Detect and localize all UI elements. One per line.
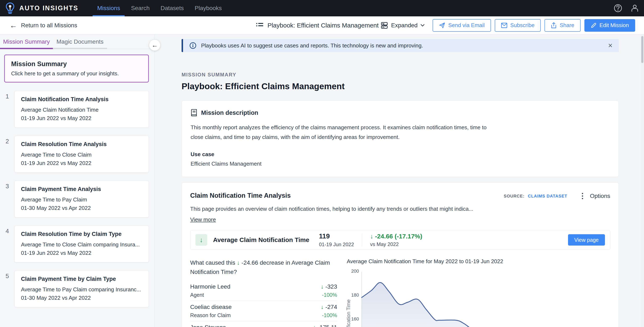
chevron-down-icon: [420, 24, 425, 27]
list-icon: [256, 22, 263, 28]
scrollbar-thumb[interactable]: [641, 36, 643, 63]
metric-value: 119: [319, 232, 354, 240]
nav-item-playbooks[interactable]: Playbooks: [189, 0, 227, 16]
insight-card-2[interactable]: Claim Resolution Time Analysis Average T…: [14, 136, 149, 172]
description-heading: Mission description: [201, 109, 258, 116]
chart-area-fill: [362, 282, 571, 327]
cause-row[interactable]: Harmonie Leed Agent ↓ -323 -100%: [190, 283, 337, 301]
causes-panel: What caused this ↓ -24.66 decrease in Av…: [190, 258, 337, 327]
analysis-title: Claim Notification Time Analysis: [190, 192, 291, 200]
view-page-button[interactable]: View page: [568, 234, 605, 246]
scrollbar[interactable]: [641, 34, 644, 327]
book-icon: [190, 109, 197, 116]
envelope-icon: [501, 23, 507, 28]
chart-y-tick: 160: [347, 316, 359, 322]
trend-chart-panel: Average Claim Notification Time for May …: [347, 258, 610, 327]
cause-row[interactable]: Jane Stevens Case Manager ↓ -175.11 -100…: [190, 324, 337, 327]
use-case-label: Use case: [190, 151, 610, 158]
list-item: 4 Claim Resolution Time by Claim Type Av…: [0, 226, 154, 262]
down-arrow-icon: ↓: [313, 324, 316, 327]
insight-card-1[interactable]: Claim Notification Time Analysis Average…: [14, 91, 149, 128]
nav-item-missions[interactable]: Missions: [92, 0, 126, 16]
page-title: Playbook: Efficient Claims Management: [182, 82, 619, 91]
mission-sidebar: Mission Summary Magic Documents Mission …: [0, 34, 155, 327]
send-via-email-button[interactable]: Send via Email: [432, 19, 491, 32]
app-logo[interactable]: AUTO INSIGHTS: [6, 2, 78, 14]
source-dataset-link[interactable]: CLAIMS DATASET: [528, 194, 568, 198]
playbook-selector[interactable]: Playbook: Efficient Claims Management: [256, 16, 388, 34]
metric-delta: ↓ -24.66 (-17.17%): [370, 233, 422, 240]
insight-card-5[interactable]: Claim Payment Time by Claim Type Average…: [14, 270, 149, 307]
info-icon: [189, 42, 196, 49]
nav-item-datasets[interactable]: Datasets: [155, 0, 189, 16]
user-icon[interactable]: [630, 4, 640, 13]
lightbulb-icon: [6, 2, 15, 14]
down-arrow-icon: ↓: [321, 283, 324, 290]
share-button[interactable]: Share: [544, 19, 580, 32]
top-navigation-bar: AUTO INSIGHTS Missions Search Datasets P…: [0, 0, 644, 16]
claim-notification-analysis-card: Claim Notification Time Analysis SOURCE:…: [182, 182, 619, 327]
tab-mission-summary[interactable]: Mission Summary: [0, 34, 53, 49]
metric-label: Average Claim Notification Time: [213, 236, 309, 244]
section-eyebrow: MISSION SUMMARY: [182, 72, 619, 78]
list-item: 2 Claim Resolution Time Analysis Average…: [0, 136, 154, 172]
use-case-value: Efficient Claims Management: [190, 160, 610, 167]
insight-list: 1 Claim Notification Time Analysis Avera…: [0, 91, 154, 307]
brand-name: AUTO INSIGHTS: [19, 4, 78, 12]
line-chart[interactable]: Claim Notification Time: [347, 270, 610, 327]
down-arrow-icon: ↓: [321, 304, 324, 310]
list-item: 1 Claim Notification Time Analysis Avera…: [0, 91, 154, 128]
list-item: 3 Claim Payment Time Analysis Average Ti…: [0, 181, 154, 218]
insight-card-3[interactable]: Claim Payment Time Analysis Average Time…: [14, 181, 149, 218]
mission-summary-card[interactable]: Mission Summary Click here to get a summ…: [4, 54, 149, 82]
close-icon[interactable]: ×: [608, 41, 612, 50]
insight-card-4[interactable]: Claim Resolution Time by Claim Type Aver…: [14, 226, 149, 262]
help-icon[interactable]: [613, 4, 622, 13]
ai-notice-banner: Playbooks uses AI to suggest use cases a…: [182, 39, 619, 52]
back-arrow-icon: ←: [10, 21, 17, 30]
down-arrow-icon: ↓: [370, 233, 373, 240]
kebab-icon[interactable]: [578, 192, 587, 200]
metric-compare: vs May 2022: [370, 241, 422, 247]
chart-title: Average Claim Notification Time for May …: [347, 258, 610, 265]
sidebar-collapse-button[interactable]: ←: [149, 40, 160, 51]
metric-summary-row: ↓ Average Claim Notification Time 119 01…: [190, 230, 610, 250]
analysis-description: This page provides an overview of claim …: [190, 206, 610, 212]
chart-y-axis-label: Claim Notification Time: [346, 294, 352, 327]
mission-description-card: Mission description This monthly report …: [182, 100, 619, 177]
chart-y-tick: 200: [347, 268, 359, 274]
pencil-icon: [591, 22, 596, 28]
subscribe-button[interactable]: Subscribe: [495, 19, 541, 32]
source-label: SOURCE:: [504, 194, 524, 198]
causes-question: What caused this ↓ -24.66 decrease in Av…: [190, 258, 337, 277]
primary-nav: Missions Search Datasets Playbooks: [92, 0, 227, 16]
playbook-title: Playbook: Efficient Claims Management: [268, 22, 379, 29]
view-more-link[interactable]: View more: [190, 216, 216, 223]
decrease-arrow-icon: ↓: [196, 234, 207, 246]
sidebar-tabs: Mission Summary Magic Documents: [0, 34, 154, 49]
nav-item-search[interactable]: Search: [126, 0, 155, 16]
description-body: This monthly report analyzes the efficie…: [190, 122, 493, 142]
chevron-down-icon: [383, 24, 388, 27]
return-to-missions-link[interactable]: ← Return to all Missions: [10, 21, 77, 30]
tab-magic-documents[interactable]: Magic Documents: [53, 34, 107, 49]
share-icon: [551, 22, 557, 28]
banner-text: Playbooks uses AI to suggest use cases a…: [201, 42, 423, 49]
list-item: 5 Claim Payment Time by Claim Type Avera…: [0, 270, 154, 307]
mission-toolbar: ← Return to all Missions Playbook: Effic…: [0, 16, 644, 34]
collapse-arrow-icon: ←: [152, 42, 158, 49]
cause-row[interactable]: Coeliac disease Reason for Claim ↓ -274 …: [190, 304, 337, 321]
metric-period: 01-19 Jun 2022: [319, 242, 354, 248]
send-icon: [439, 22, 445, 28]
options-button[interactable]: Options: [590, 193, 610, 200]
edit-mission-button[interactable]: Edit Mission: [584, 19, 635, 32]
main-content: Playbooks uses AI to suggest use cases a…: [155, 34, 644, 327]
chart-y-tick: 180: [347, 292, 359, 298]
down-arrow-icon: ↓: [237, 260, 240, 266]
